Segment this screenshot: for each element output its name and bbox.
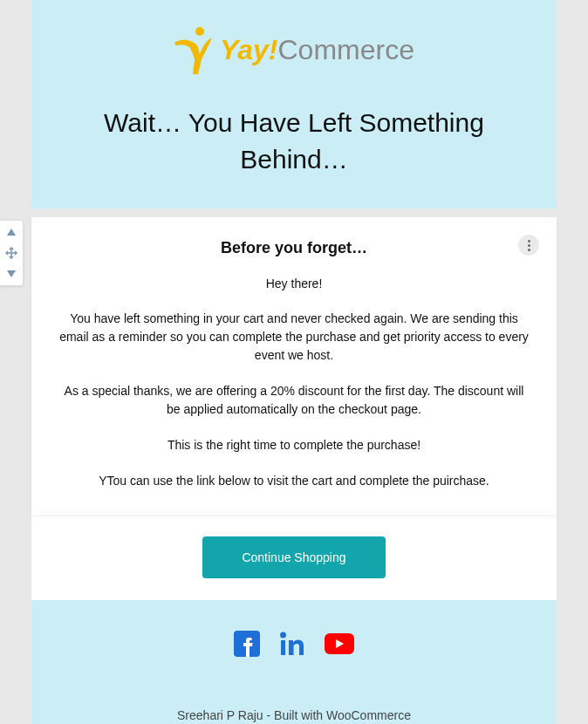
svg-marker-1	[7, 270, 16, 277]
footer-credit: Sreehari P Raju - Built with WooCommerce	[49, 708, 539, 722]
logo-yay: Yay!	[220, 34, 277, 65]
page-title: Wait… You Have Left Something Behind…	[49, 105, 539, 178]
continue-shopping-button[interactable]: Continue Shopping	[202, 536, 385, 578]
move-up-button[interactable]	[2, 224, 21, 240]
body-paragraph-2: As a special thanks, we are offering a 2…	[58, 382, 530, 419]
move-handle-button[interactable]	[2, 245, 21, 261]
svg-point-5	[280, 632, 286, 639]
social-icons-row	[49, 631, 539, 660]
youtube-icon[interactable]	[325, 633, 354, 658]
side-toolbar	[0, 220, 24, 286]
more-vertical-icon	[528, 240, 530, 251]
email-container: Yay!Commerce Wait… You Have Left Somethi…	[31, 0, 557, 724]
body-paragraph-4: YTou can use the link below to visit the…	[58, 472, 530, 490]
more-options-button[interactable]	[518, 235, 539, 256]
linkedin-icon[interactable]	[279, 631, 305, 660]
logo: Yay!Commerce	[49, 26, 539, 74]
svg-rect-4	[281, 640, 285, 655]
move-down-button[interactable]	[2, 266, 21, 282]
body-paragraph-3: This is the right time to complete the p…	[58, 436, 530, 454]
logo-commerce: Commerce	[277, 34, 414, 65]
logo-person-icon	[174, 26, 213, 74]
button-section: Continue Shopping	[31, 515, 557, 600]
email-header: Yay!Commerce Wait… You Have Left Somethi…	[31, 0, 557, 208]
svg-point-2	[195, 27, 204, 36]
facebook-icon[interactable]	[234, 631, 260, 660]
content-card: Before you forget… Hey there! You have l…	[31, 217, 557, 515]
card-subtitle: Before you forget…	[58, 239, 530, 257]
email-footer: Sreehari P Raju - Built with WooCommerce	[31, 600, 557, 724]
body-paragraph-1: You have left something in your cart and…	[58, 310, 530, 365]
logo-text: Yay!Commerce	[220, 34, 414, 66]
greeting-text: Hey there!	[58, 277, 530, 290]
svg-marker-0	[7, 229, 16, 236]
